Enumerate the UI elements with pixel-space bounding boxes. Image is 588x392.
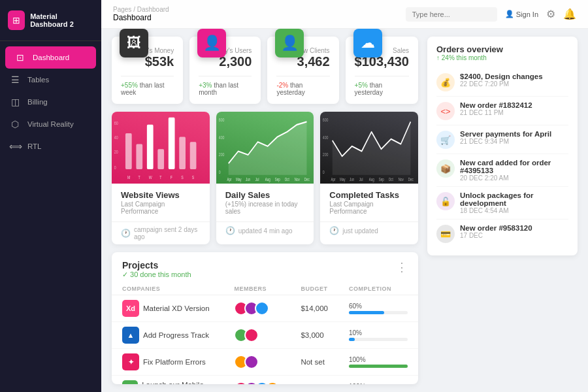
progress-bar-wrap: [349, 311, 408, 314]
svg-text:S: S: [181, 174, 184, 180]
svg-text:0: 0: [114, 165, 116, 170]
chart-card-daily-sales: 600 400 200 0 Apr May Jun Jul Aug Sep: [216, 112, 314, 244]
order-text-group: New order #183241221 DEC 11 PM: [460, 101, 568, 116]
svg-rect-5: [136, 144, 142, 170]
clock-icon: 🕐: [121, 229, 131, 238]
progress-label: 10%: [349, 329, 408, 336]
chart-subtitle: Last Campaign Performance: [121, 201, 201, 215]
sidebar-item-virtual-reality[interactable]: ⬡ Virtual Reality: [0, 113, 101, 135]
progress-bar-wrap: [349, 365, 408, 368]
chart-info-website-views: Website Views Last Campaign Performance: [112, 184, 210, 221]
chart-title: Completed Tasks: [329, 190, 409, 200]
svg-rect-10: [190, 142, 197, 169]
sidebar-item-label: Virtual Reality: [27, 120, 74, 128]
stat-change: -2%: [276, 82, 288, 89]
chart-subtitle: Last Campaign Performance: [329, 201, 409, 215]
svg-text:40: 40: [114, 135, 118, 140]
chart-footer-website-views: 🕐 campaign sent 2 days ago: [112, 221, 210, 244]
svg-text:Oct: Oct: [284, 177, 289, 182]
svg-text:M: M: [127, 174, 130, 180]
stat-card-sales: ☁ Sales $103,430 +5% than yesterday: [346, 37, 418, 104]
sidebar-item-label: Billing: [27, 98, 48, 106]
brand-icon: ⊞: [8, 10, 25, 30]
stat-footer: +3% than last month: [199, 76, 252, 96]
order-item: 📦New card added for order #439513320 DEC…: [436, 154, 568, 187]
svg-rect-6: [147, 125, 154, 169]
order-icon: <>: [436, 102, 455, 120]
svg-text:May: May: [236, 177, 242, 182]
chart-title: Website Views: [121, 190, 201, 200]
billing-icon: ◫: [9, 97, 21, 107]
brand-label: Material Dashboard 2: [30, 12, 93, 28]
col-members: Members: [223, 283, 290, 295]
projects-section: Projects ✓ 30 done this month ⋮ Companie…: [112, 252, 418, 384]
sidebar-item-billing[interactable]: ◫ Billing: [0, 91, 101, 113]
svg-text:Jun: Jun: [350, 177, 354, 182]
sidebar-item-dashboard[interactable]: ⊡ Dashboard: [5, 46, 96, 69]
order-date: 21 DEC 11 PM: [460, 109, 568, 116]
order-date: 20 DEC 2:20 AM: [460, 174, 568, 182]
svg-text:400: 400: [323, 135, 329, 140]
orders-subtitle: ↑ 24% this month: [436, 54, 568, 61]
project-name: Launch our Mobile App: [142, 381, 213, 384]
project-name: Add Progress Track: [143, 331, 209, 339]
svg-text:20: 20: [114, 149, 118, 154]
chart-card-website-views: 60 40 20 0: [112, 112, 210, 244]
sidebar-item-rtl[interactable]: ⟺ RTL: [0, 135, 101, 157]
svg-text:S: S: [192, 174, 195, 180]
sidebar: ⊞ Material Dashboard 2 ⊡ Dashboard ☰ Tab…: [0, 0, 101, 392]
order-title: New order #1832412: [460, 101, 568, 109]
settings-icon[interactable]: ⚙: [546, 8, 555, 20]
project-members-cell: [223, 295, 290, 322]
stat-card-money: 🖼 Today's Money $53k +55% than last week: [112, 37, 183, 104]
project-members-cell: [223, 322, 290, 349]
projects-title-group: Projects ✓ 30 done this month: [122, 260, 191, 279]
svg-text:F: F: [171, 174, 172, 180]
svg-text:Jun: Jun: [246, 177, 250, 182]
svg-text:600: 600: [218, 117, 224, 122]
orders-title: Orders overview: [436, 44, 568, 54]
search-input[interactable]: [406, 7, 497, 22]
bell-icon[interactable]: 🔔: [563, 8, 576, 20]
sidebar-item-tables[interactable]: ☰ Tables: [0, 69, 101, 91]
project-completion-cell: 10%: [338, 322, 418, 349]
stat-card-clients: 👤 New Clients 3,462 -2% than yesterday: [267, 37, 338, 104]
order-date: 22 DEC 7:20 PM: [460, 80, 568, 88]
stat-cards: 🖼 Today's Money $53k +55% than last week…: [112, 37, 418, 104]
project-completion-cell: 60%: [338, 295, 418, 322]
projects-menu-button[interactable]: ⋮: [396, 260, 408, 274]
order-title: Server payments for April: [460, 130, 568, 138]
svg-text:T: T: [138, 174, 140, 180]
project-budget-cell: $20,500: [290, 376, 338, 385]
header-right: 👤 Sign In ⚙ 🔔: [406, 7, 576, 22]
order-icon: 💳: [436, 225, 455, 243]
stat-card-users: 👤 Today's Users 2,300 +3% than last mont…: [189, 37, 261, 104]
projects-subtitle: ✓ 30 done this month: [122, 270, 191, 279]
sidebar-nav: ⊡ Dashboard ☰ Tables ◫ Billing ⬡ Virtual…: [0, 41, 101, 392]
svg-text:Nov: Nov: [294, 177, 299, 182]
project-members-cell: [223, 349, 290, 376]
progress-label: 100%: [349, 383, 408, 384]
order-title: Unlock packages for development: [460, 191, 568, 207]
project-completion-cell: 100%: [338, 349, 418, 376]
sidebar-item-label: Tables: [27, 76, 49, 84]
svg-text:Sep: Sep: [379, 177, 384, 182]
svg-text:200: 200: [218, 152, 224, 157]
chart-area-completed-tasks: 600 400 200 0 Apr May Jun Jul Aug Sep: [320, 112, 418, 184]
order-date: 18 DEC 4:54 AM: [460, 207, 568, 214]
sign-in-button[interactable]: 👤 Sign In: [505, 10, 538, 18]
svg-text:Jul: Jul: [359, 177, 363, 182]
avatar: [244, 328, 259, 342]
svg-text:Aug: Aug: [265, 177, 270, 182]
project-budget-cell: $3,000: [290, 322, 338, 349]
svg-text:T: T: [159, 174, 161, 180]
chart-area-daily-sales: 600 400 200 0 Apr May Jun Jul Aug Sep: [216, 112, 314, 184]
order-text-group: Unlock packages for development18 DEC 4:…: [460, 191, 568, 214]
order-icon: 💰: [436, 73, 455, 91]
progress-label: 100%: [349, 356, 408, 363]
project-budget-cell: Not set: [290, 349, 338, 376]
order-date: 21 DEC 9:34 PM: [460, 138, 568, 145]
right-panel: Orders overview ↑ 24% this month 💰$2400,…: [427, 37, 578, 384]
chart-subtitle: (+15%) increase in today sales: [225, 201, 305, 215]
project-logo: Xd: [122, 300, 139, 317]
